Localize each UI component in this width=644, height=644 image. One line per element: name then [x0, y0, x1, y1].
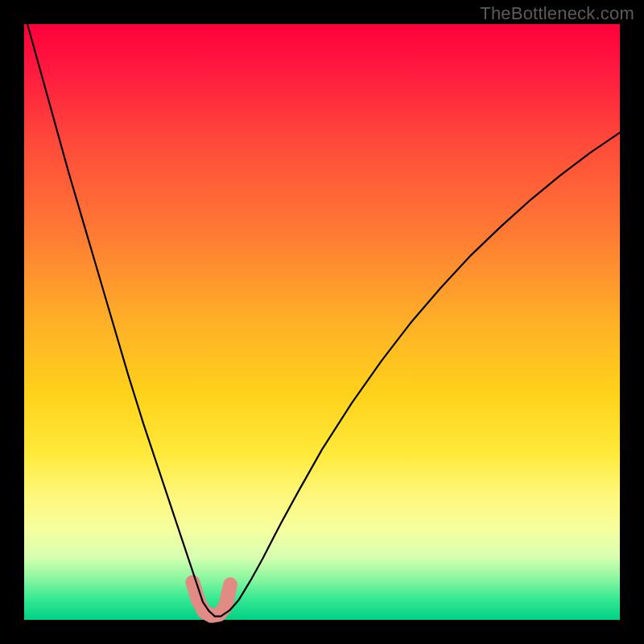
bottleneck-chart: [0, 0, 644, 644]
chart-frame: { "watermark": "TheBottleneck.com", "cha…: [0, 0, 644, 644]
watermark-text: TheBottleneck.com: [480, 3, 634, 24]
